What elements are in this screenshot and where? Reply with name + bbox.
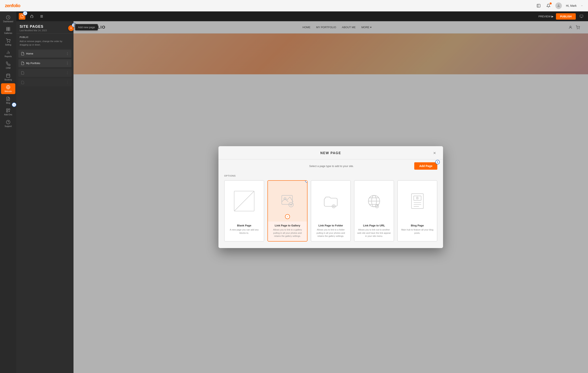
page-item-portfolio-name: My Portfolio xyxy=(26,62,64,65)
sidebar-item-dashboard[interactable]: Dashboard xyxy=(1,13,15,24)
sidebar-label-galleries: Galleries xyxy=(4,32,12,34)
resize-icon[interactable] xyxy=(578,13,585,20)
blog-page-info: Blog Page Main hub to feature all your b… xyxy=(398,221,437,238)
svg-rect-23 xyxy=(7,111,8,112)
site-pages-panel: 2 SITE PAGES Last Modified Mar 14, 2023 … xyxy=(16,11,74,373)
new-page-modal: NEW PAGE ✕ Select a page type to add to … xyxy=(219,146,443,248)
page-type-grid: Blank Page A new page you can add any bl… xyxy=(224,180,437,241)
sidebar-item-reports[interactable]: Reports xyxy=(1,48,15,59)
preview-topbar: PREVIEW ▶ PUBLISH xyxy=(74,11,588,21)
blank-page-desc: A new page you can add any blocks to. xyxy=(227,228,261,235)
svg-rect-4 xyxy=(7,27,8,29)
folder-page-icon-area xyxy=(311,181,350,221)
page-type-gallery[interactable]: 4 xyxy=(267,180,307,241)
svg-point-9 xyxy=(9,42,10,42)
svg-rect-5 xyxy=(8,27,10,29)
step-badge-1: 1 xyxy=(12,103,16,107)
svg-rect-31 xyxy=(580,15,583,17)
preview-button[interactable]: PREVIEW ▶ xyxy=(538,15,554,18)
page-item-home-name: Home xyxy=(26,52,64,55)
page-item-portfolio-more[interactable]: ⋮ xyxy=(66,61,69,65)
gallery-page-icon xyxy=(279,193,296,209)
modal-header: NEW PAGE ✕ xyxy=(219,146,443,159)
sidebar-label-add-ons: Add-Ons xyxy=(4,114,12,116)
blog-page-icon-area: B xyxy=(398,181,437,221)
modal-close-button[interactable]: ✕ xyxy=(432,150,437,156)
blog-page-name: Blog Page xyxy=(400,224,434,227)
page-item-4-more[interactable]: ⋮ xyxy=(66,81,69,84)
page-item-home[interactable]: Home ⋮ xyxy=(18,50,72,58)
avatar[interactable] xyxy=(555,2,562,9)
page-type-url[interactable]: Link Page to URL Allows you to link out … xyxy=(354,180,394,241)
add-new-page-button[interactable]: + 3 xyxy=(68,25,74,31)
sidebar-label-reports: Reports xyxy=(4,55,12,58)
page-item-3-more[interactable]: ⋮ xyxy=(66,71,69,75)
sidebar-item-support[interactable]: Support xyxy=(1,118,15,129)
sidebar-item-galleries[interactable]: Galleries xyxy=(1,25,15,36)
blank-page-name: Blank Page xyxy=(227,224,261,227)
gallery-page-icon-area: ✓ xyxy=(268,181,307,221)
page-item-3[interactable]: ⋮ xyxy=(18,69,72,77)
svg-rect-6 xyxy=(8,29,10,31)
svg-rect-13 xyxy=(7,74,10,78)
hi-mark-label[interactable]: Hi, Mark xyxy=(566,4,577,7)
panel-title: SITE PAGES xyxy=(20,24,70,29)
blank-page-icon-area xyxy=(225,181,264,221)
sidebar-label-blog: Blog xyxy=(6,102,10,104)
folder-page-info: Link Page to Folder Allows you to link t… xyxy=(311,221,350,241)
url-page-icon xyxy=(366,193,382,209)
modal-body: OPTIONS Blank Page A new page you can ad… xyxy=(219,173,443,248)
url-page-name: Link Page to URL xyxy=(357,224,391,227)
page-type-blog[interactable]: B Blog Page Main hub to feature all your… xyxy=(397,180,437,241)
page-item-portfolio[interactable]: My Portfolio ⋮ xyxy=(18,59,72,67)
page-item-4[interactable]: ⋮ xyxy=(18,78,72,86)
svg-text:B: B xyxy=(416,197,419,200)
sidebar-item-add-ons[interactable]: Add-Ons xyxy=(1,107,15,117)
svg-rect-22 xyxy=(9,109,10,110)
sidebar-label-website: Website xyxy=(4,90,12,93)
svg-point-26 xyxy=(6,120,10,124)
sidebar-item-booking[interactable]: Booking xyxy=(1,72,15,83)
settings-tool-icon[interactable] xyxy=(38,13,45,20)
chevron-down-icon xyxy=(581,4,583,7)
notification-icon[interactable] xyxy=(546,3,551,9)
gallery-selected-check: ✓ xyxy=(285,214,290,219)
notification-badge xyxy=(550,2,552,4)
design-tool-icon[interactable] xyxy=(29,13,35,20)
svg-point-2 xyxy=(558,4,559,6)
sidebar-item-website[interactable]: Website xyxy=(1,83,15,94)
publish-button[interactable]: PUBLISH xyxy=(556,13,576,20)
step-badge-2: 2 xyxy=(23,11,27,16)
top-nav-right: Hi, Mark xyxy=(536,2,583,9)
sidebar-label-dashboard: Dashboard xyxy=(3,21,13,23)
blank-page-icon xyxy=(234,191,254,211)
modal-subheader: Select a page type to add to your site. … xyxy=(219,159,443,173)
sidebar: Dashboard Galleries Selling Reports CRM … xyxy=(0,11,16,373)
sidebar-item-crm[interactable]: CRM xyxy=(1,60,15,71)
sidebar-label-booking: Booking xyxy=(4,79,12,81)
sidebar-item-selling[interactable]: Selling xyxy=(1,37,15,48)
blog-page-desc: Main hub to feature all your blog posts. xyxy=(400,228,434,235)
url-page-info: Link Page to URL Allows you to link out … xyxy=(354,221,394,241)
url-page-desc: Allows you to link out to another web si… xyxy=(357,228,391,238)
folder-page-icon xyxy=(323,193,339,209)
panel-subtitle: Last Modified Mar 14, 2023 xyxy=(20,29,70,32)
preview-area: PREVIEW ▶ PUBLISH ZENFOLIO HOME MY PORTF… xyxy=(74,11,588,373)
modal-overlay: NEW PAGE ✕ Select a page type to add to … xyxy=(74,21,588,373)
page-item-home-more[interactable]: ⋮ xyxy=(66,52,69,55)
gallery-page-name: Link Page to Gallery xyxy=(270,224,304,227)
add-page-action-button[interactable]: Add Page xyxy=(414,162,437,170)
step-badge-5: 5 xyxy=(435,160,440,164)
page-type-blank[interactable]: Blank Page A new page you can add any bl… xyxy=(224,180,264,241)
page-type-folder[interactable]: Link Page to Folder Allows you to link t… xyxy=(311,180,351,241)
svg-rect-0 xyxy=(537,4,540,7)
bookmark-icon[interactable] xyxy=(536,3,541,9)
zenfolio-logo: zenfolio xyxy=(5,3,20,8)
options-label: OPTIONS xyxy=(224,175,437,177)
svg-rect-21 xyxy=(7,109,8,110)
panel-section-label: PUBLIC xyxy=(16,33,74,40)
panel-section-desc: Add or remove pages, change the order by… xyxy=(16,40,74,49)
gallery-page-desc: Allows you to link to a gallery pulling … xyxy=(270,228,304,238)
pages-tool-icon[interactable]: 2 xyxy=(19,13,25,20)
modal-title: NEW PAGE xyxy=(230,151,432,155)
